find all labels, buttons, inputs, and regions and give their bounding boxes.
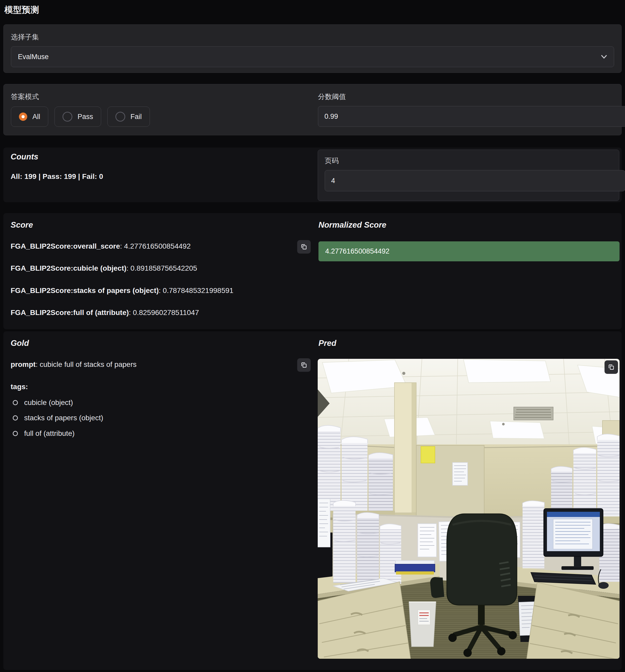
- radio-circle: [19, 113, 27, 121]
- page-number-panel: 页码: [318, 150, 619, 201]
- score-heading: Score: [10, 220, 33, 230]
- counts-row: Counts All: 199 | Pass: 199 | Fail: 0 页码: [3, 147, 622, 202]
- score-item: FGA_BLIP2Score:cubicle (object): 0.89185…: [10, 264, 197, 272]
- subset-dropdown[interactable]: EvalMuse: [11, 46, 614, 67]
- copy-gold-button[interactable]: [297, 358, 311, 372]
- score-item: FGA_BLIP2Score:overall_score: 4.27761650…: [10, 242, 191, 250]
- subset-label: 选择子集: [11, 32, 614, 42]
- bullet-icon: [13, 400, 18, 405]
- normalized-score-heading: Normalized Score: [319, 220, 387, 230]
- gold-heading: Gold: [10, 339, 29, 348]
- score-item: FGA_BLIP2Score:full of (attribute): 0.82…: [10, 309, 199, 317]
- copy-image-button[interactable]: [604, 360, 618, 374]
- radio-all[interactable]: All: [11, 106, 48, 127]
- chevron-down-icon: [601, 55, 607, 59]
- pred-heading: Pred: [319, 339, 337, 348]
- copy-icon: [300, 361, 307, 369]
- filter-panel: 答案模式 All Pass Fail 分数阈值: [3, 84, 622, 135]
- gold-prompt: prompt: cubicle full of stacks of papers: [10, 360, 137, 369]
- tag-item: cubicle (object): [10, 397, 73, 408]
- radio-label: Pass: [77, 113, 93, 121]
- copy-icon: [300, 243, 307, 250]
- answer-mode-label: 答案模式: [11, 92, 318, 101]
- radio-pass[interactable]: Pass: [54, 106, 101, 127]
- score-threshold-input[interactable]: [318, 106, 625, 127]
- radio-label: Fail: [131, 113, 142, 121]
- bullet-icon: [13, 415, 18, 421]
- counts-heading: Counts: [10, 152, 38, 162]
- cubicle-scene: [318, 359, 620, 659]
- tag-item: full of (attribute): [10, 428, 75, 439]
- radio-fail[interactable]: Fail: [107, 106, 150, 127]
- score-item: FGA_BLIP2Score:stacks of papers (object)…: [10, 287, 233, 295]
- page-number-input[interactable]: [325, 170, 625, 191]
- radio-circle: [115, 112, 125, 122]
- tag-item: stacks of papers (object): [10, 412, 103, 423]
- gold-tags-label: tags:: [10, 383, 28, 391]
- copy-icon: [608, 363, 615, 371]
- subset-panel: 选择子集 EvalMuse: [3, 24, 622, 73]
- gold-pred-row: Gold prompt: cubicle full of stacks of p…: [3, 331, 622, 670]
- pred-image[interactable]: [318, 359, 620, 659]
- radio-circle: [63, 112, 72, 122]
- page-title: 模型预测: [4, 4, 39, 16]
- radio-label: All: [32, 113, 40, 121]
- copy-score-button[interactable]: [297, 240, 311, 254]
- answer-mode-group: All Pass Fail: [11, 106, 318, 127]
- normalized-score-value: 4.277616500854492: [319, 241, 620, 261]
- bullet-icon: [13, 431, 18, 436]
- score-row: Score FGA_BLIP2Score:overall_score: 4.27…: [3, 213, 622, 329]
- counts-summary: All: 199 | Pass: 199 | Fail: 0: [10, 172, 103, 181]
- subset-dropdown-value: EvalMuse: [18, 53, 49, 61]
- score-threshold-label: 分数阈值: [318, 92, 614, 101]
- page-number-label: 页码: [325, 156, 612, 165]
